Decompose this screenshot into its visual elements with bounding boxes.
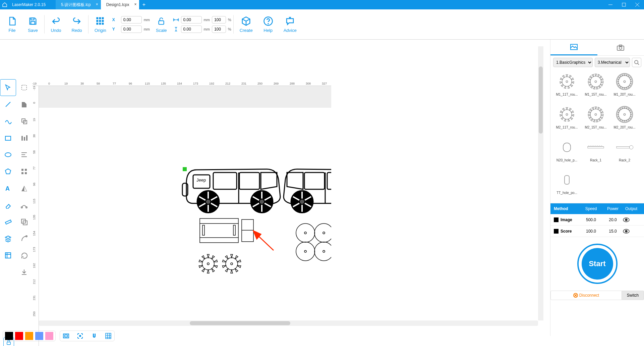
curve-tool[interactable] <box>0 113 16 130</box>
mirror-tool[interactable] <box>16 180 32 197</box>
palette-swatch[interactable] <box>35 332 43 340</box>
export-tool[interactable] <box>16 264 32 281</box>
path-edit-tool[interactable] <box>16 197 32 213</box>
col-power: Power <box>603 206 623 211</box>
layer-speed: 500.0 <box>579 217 603 222</box>
grid-array-tool[interactable] <box>16 163 32 180</box>
layer-header: Method Speed Power Output <box>550 203 644 214</box>
scrollbar-horizontal[interactable] <box>39 320 538 326</box>
select-tool[interactable] <box>0 79 16 96</box>
layer-row[interactable]: Score 100.0 15.0 <box>550 226 644 237</box>
scrollbar-thumb[interactable] <box>539 66 543 134</box>
file-button[interactable]: File <box>3 13 21 36</box>
distribute-tool[interactable] <box>16 146 32 163</box>
layers-tool[interactable] <box>0 230 16 247</box>
svg-point-131 <box>624 113 625 115</box>
svg-rect-132 <box>563 143 571 152</box>
x-input[interactable] <box>121 16 142 23</box>
width-input[interactable] <box>181 16 202 23</box>
library-select-2[interactable]: 3.Mechanical <box>595 58 630 67</box>
palette-swatch[interactable] <box>25 332 33 340</box>
trace-tool[interactable] <box>16 230 32 247</box>
annotation-arrow <box>253 231 274 250</box>
save-button[interactable]: Save <box>23 13 42 36</box>
help-button[interactable]: Help <box>259 13 278 36</box>
scrollbar-thumb[interactable] <box>190 321 290 325</box>
y-input[interactable] <box>121 26 142 33</box>
add-tab-button[interactable]: + <box>139 0 149 9</box>
palette-swatch[interactable] <box>45 332 53 340</box>
minimize-icon[interactable] <box>604 0 617 9</box>
create-button[interactable]: Create <box>236 13 257 36</box>
svg-rect-11 <box>102 20 104 22</box>
switch-button[interactable]: Switch <box>622 291 644 300</box>
tab-file-0[interactable]: 5.设计图模板.lcp × <box>56 0 101 9</box>
zoom-selection-icon[interactable] <box>76 332 84 340</box>
measure-tool[interactable] <box>0 213 16 230</box>
maximize-icon[interactable] <box>617 0 631 9</box>
advice-button[interactable]: Advice <box>280 13 301 36</box>
tab-library[interactable] <box>550 40 597 55</box>
library-item[interactable]: M2_11T_rou... <box>552 103 581 136</box>
close-icon[interactable]: × <box>134 2 136 7</box>
fit-view-icon[interactable] <box>62 332 70 340</box>
ellipse-tool[interactable] <box>0 146 16 163</box>
close-icon[interactable]: × <box>96 2 98 7</box>
library-item[interactable]: TT_hole_po... <box>552 169 581 202</box>
rect-tool[interactable] <box>0 130 16 146</box>
line-tool[interactable] <box>0 96 16 113</box>
library-item[interactable]: N20_hole_p... <box>552 136 581 169</box>
origin-button[interactable]: Origin <box>91 13 110 36</box>
rotate-tool[interactable] <box>16 247 32 264</box>
layer-row[interactable]: Image 500.0 20.0 <box>550 214 644 226</box>
library-item[interactable]: M1_20T_rou... <box>610 70 639 103</box>
grid-icon[interactable] <box>104 332 112 340</box>
tab-file-1[interactable]: Design1.lcpx × <box>101 0 139 9</box>
x-label: X <box>112 17 119 22</box>
redo-button[interactable]: Redo <box>67 13 86 36</box>
library-item[interactable]: Rack_1 <box>581 136 610 169</box>
layer-output-icon[interactable] <box>623 217 640 222</box>
home-icon[interactable] <box>0 0 9 9</box>
library-item[interactable]: Rack_2 <box>610 136 639 169</box>
start-button[interactable]: Start <box>577 244 618 284</box>
library-item[interactable]: M2_15T_rou... <box>581 103 610 136</box>
palette-swatch[interactable] <box>5 332 13 340</box>
scale-button[interactable]: Scale <box>152 13 171 36</box>
svg-point-98 <box>323 232 325 234</box>
unit-mm: mm <box>144 27 150 31</box>
svg-point-123 <box>595 81 596 82</box>
scale-y-input[interactable] <box>212 26 226 33</box>
search-icon[interactable] <box>632 58 641 67</box>
marquee-tool[interactable] <box>16 79 32 96</box>
close-window-icon[interactable] <box>631 0 644 9</box>
disconnect-button[interactable]: Disconnect <box>550 291 622 300</box>
duplicate-tool[interactable] <box>16 113 32 130</box>
scrollbar-vertical[interactable] <box>538 46 543 320</box>
height-input[interactable] <box>181 26 202 33</box>
tab-camera[interactable] <box>597 40 644 55</box>
library-item[interactable]: M2_20T_rou... <box>610 103 639 136</box>
canvas[interactable]: Jeep Jeep <box>39 86 331 291</box>
library-item[interactable]: M1_11T_rou... <box>552 70 581 103</box>
svg-text:Jeep: Jeep <box>196 178 206 183</box>
layer-output-icon[interactable] <box>623 229 640 234</box>
align-tool[interactable] <box>16 130 32 146</box>
snap-icon[interactable] <box>90 332 98 340</box>
svg-point-61 <box>206 199 211 204</box>
boolean-tool[interactable] <box>16 213 32 230</box>
scale-x-input[interactable] <box>212 16 226 23</box>
library-select-1[interactable]: 1.BasicGraphics <box>553 58 593 67</box>
artboard-tool[interactable] <box>0 247 16 264</box>
palette-swatch[interactable] <box>15 332 23 340</box>
library-item[interactable]: M1_15T_rou... <box>581 70 610 103</box>
text-tool[interactable]: A <box>0 180 16 197</box>
undo-button[interactable]: Undo <box>47 13 65 36</box>
library-thumb <box>557 72 577 91</box>
polygon-tool[interactable] <box>0 163 16 180</box>
size-coords: mm % mm % <box>173 16 231 33</box>
shape-fill-tool[interactable] <box>16 96 32 113</box>
erase-tool[interactable] <box>0 197 16 213</box>
help-label: Help <box>264 28 273 33</box>
svg-line-25 <box>6 102 10 107</box>
